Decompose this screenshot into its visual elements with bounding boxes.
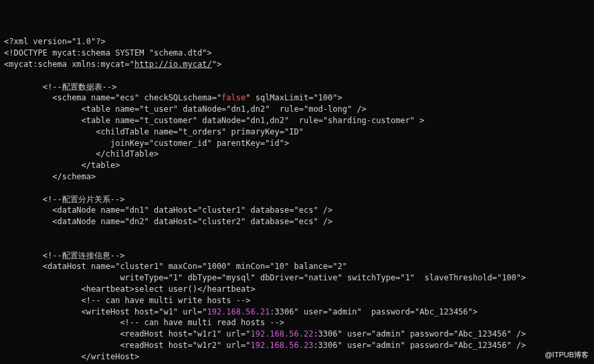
code-line: <!--配置数据表-->	[4, 82, 590, 93]
code-line: joinKey="customer_id" parentKey="id">	[4, 138, 590, 149]
xml-code-block: <?xml version="1.0"?><!DOCTYPE mycat:sch…	[4, 36, 590, 364]
code-line: </table>	[4, 160, 590, 171]
watermark: @ITPUB博客	[544, 350, 589, 360]
code-line: <!-- can have multi write hosts -->	[4, 295, 590, 306]
code-line: </writeHost>	[4, 351, 590, 363]
code-line: <childTable name="t_orders" primaryKey="…	[4, 126, 590, 138]
code-line: </childTable>	[4, 149, 590, 160]
code-line: <dataHost name="cluster1" maxCon="1000" …	[4, 261, 590, 272]
code-line: <schema name="ecs" checkSQLschema="false…	[4, 92, 590, 104]
code-line: <!-- can have multi read hosts -->	[4, 317, 590, 329]
code-line	[4, 183, 590, 194]
code-line: <mycat:schema xmlns:mycat="http://io.myc…	[4, 59, 590, 70]
code-line: <readHost host="w1r1" url="192.168.56.22…	[4, 329, 590, 340]
code-line	[4, 227, 590, 239]
code-line: <!--配置连接信息-->	[4, 250, 590, 262]
code-line: <table name="t_user" dataNode="dn1,dn2" …	[4, 104, 590, 115]
code-line: <table name="t_customer" dataNode="dn1,d…	[4, 115, 590, 126]
code-line: <readHost host="w1r2" url="192.168.56.23…	[4, 340, 590, 351]
code-line: <!--配置分片关系-->	[4, 194, 590, 205]
code-line	[4, 70, 590, 82]
code-line: <?xml version="1.0"?>	[4, 36, 590, 48]
code-line: <!DOCTYPE mycat:schema SYSTEM "schema.dt…	[4, 48, 590, 59]
code-line: writeType="1" dbType="mysql" dbDriver="n…	[4, 272, 590, 284]
code-line: <dataNode name="dn2" dataHost="cluster2"…	[4, 216, 590, 227]
code-line: <writeHost host="w1" url="192.168.56.21:…	[4, 306, 590, 318]
code-line: <dataNode name="dn1" dataHost="cluster1"…	[4, 205, 590, 216]
code-line	[4, 239, 590, 250]
code-line: </schema>	[4, 171, 590, 183]
code-line: <heartbeat>select user()</heartbeat>	[4, 284, 590, 295]
